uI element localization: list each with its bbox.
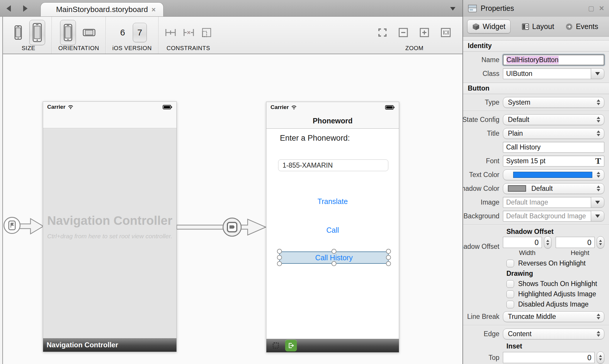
shadow-color-popup[interactable]: Default	[503, 183, 604, 194]
orientation-landscape-button[interactable]	[81, 21, 98, 44]
top-inset-stepper[interactable]	[597, 351, 604, 364]
ios6-button[interactable]: 6	[117, 28, 128, 38]
shadow-color-swatch	[508, 185, 526, 192]
state-config-popup[interactable]: Default	[503, 114, 604, 125]
selection-handle[interactable]	[331, 261, 336, 266]
tab-close-icon[interactable]: ×	[152, 6, 156, 13]
shadow-offset-height-input[interactable]: 0	[556, 237, 595, 248]
view-controller-icon[interactable]	[270, 340, 282, 351]
selection-handle[interactable]	[277, 261, 282, 266]
selection-handle[interactable]	[386, 261, 391, 266]
tab-title: MainStoryboard.storyboard	[56, 5, 148, 14]
shows-touch-on-highlight-checkbox[interactable]	[506, 280, 514, 288]
popup-arrows-icon	[597, 117, 600, 123]
size-small-phone-button[interactable]	[12, 21, 25, 44]
translate-button[interactable]: Translate	[266, 197, 399, 206]
xamarin-storyboard-designer: MainStoryboard.storyboard ×	[0, 0, 609, 364]
properties-tabs: Widget Layout Events	[463, 17, 609, 37]
root-segue-arrow[interactable]	[177, 217, 267, 237]
top-inset-label: Top	[463, 354, 503, 362]
popup-arrows-icon	[597, 172, 600, 178]
storyboard-entry-badge[interactable]	[4, 217, 21, 234]
background-combo[interactable]: Default Background Image	[503, 211, 604, 222]
name-input[interactable]: CallHistoryButton	[503, 55, 604, 65]
image-dropdown-button[interactable]	[591, 197, 604, 208]
text-color-swatch	[513, 172, 592, 178]
phoneword-field-value: 1-855-XAMARIN	[283, 161, 333, 169]
tab-events-label: Events	[576, 22, 598, 31]
phoneword-text-field[interactable]: 1-855-XAMARIN	[278, 159, 388, 171]
storyboard-canvas[interactable]: Carrier Navigat	[3, 55, 462, 364]
tab-widget[interactable]: Widget	[467, 20, 511, 33]
forward-arrow-icon[interactable]	[23, 5, 28, 12]
zoom-fit-icon[interactable]	[378, 28, 387, 37]
orientation-portrait-button[interactable]	[60, 20, 76, 45]
reverses-on-highlight-checkbox[interactable]	[506, 260, 514, 267]
wifi-icon	[68, 105, 74, 109]
phoneword-scene[interactable]: Carrier Phoneword	[266, 102, 399, 353]
tab-events[interactable]: Events	[565, 22, 598, 31]
class-value[interactable]: UIButton	[503, 68, 591, 79]
ios7-button[interactable]: 7	[133, 23, 147, 42]
scene-footer-bar[interactable]: Navigation Controller	[43, 338, 176, 352]
properties-title: Properties	[481, 4, 514, 13]
tab-mainstoryboard[interactable]: MainStoryboard.storyboard ×	[40, 2, 164, 16]
button-title-input[interactable]: Call History	[503, 142, 604, 153]
line-break-popup[interactable]: Truncate Middle	[503, 311, 604, 322]
selection-handle[interactable]	[277, 255, 282, 260]
enter-phoneword-label[interactable]: Enter a Phoneword:	[280, 134, 350, 143]
resize-constraint-icon[interactable]	[201, 27, 212, 38]
text-color-popup[interactable]	[503, 169, 604, 180]
class-dropdown-button[interactable]	[591, 68, 604, 79]
call-button[interactable]: Call	[266, 226, 399, 234]
nav-controller-content[interactable]: Navigation Controller Ctrl+drag from her…	[43, 129, 176, 338]
popup-arrows-icon	[597, 130, 600, 136]
line-break-value: Truncate Middle	[508, 313, 556, 321]
title-popup[interactable]: Plain	[503, 128, 604, 139]
tab-overflow-menu-icon[interactable]	[450, 7, 455, 11]
selection-handle[interactable]	[277, 249, 282, 254]
zoom-actual-size-icon[interactable]	[441, 28, 451, 37]
float-panel-icon[interactable]: ▢	[588, 5, 594, 12]
disabled-adjusts-image-checkbox[interactable]	[506, 301, 514, 308]
tab-layout-label: Layout	[532, 22, 554, 31]
font-picker-icon[interactable]: T	[595, 157, 601, 165]
shadow-offset-width-input[interactable]: 0	[503, 237, 542, 248]
selection-handle[interactable]	[386, 255, 391, 260]
editor-tab-bar: MainStoryboard.storyboard ×	[0, 0, 462, 17]
collapsed-left-panel-edge[interactable]	[0, 17, 3, 364]
selection-handle[interactable]	[386, 249, 391, 254]
edge-label: Edge	[463, 330, 503, 338]
image-label: Image	[463, 198, 503, 206]
name-value: CallHistoryButton	[506, 56, 559, 64]
width-stepper[interactable]	[544, 236, 552, 249]
nav-controller-watermark: Navigation Controller	[43, 214, 176, 228]
font-input[interactable]: System 15 pt T	[503, 156, 604, 166]
text-color-label: Text Color	[463, 171, 503, 179]
top-inset-input[interactable]: 0	[503, 352, 595, 363]
close-panel-icon[interactable]: ✕	[599, 5, 604, 12]
add-constraint-icon[interactable]	[165, 28, 176, 38]
edge-popup[interactable]: Content	[503, 329, 604, 339]
back-arrow-icon[interactable]	[6, 5, 11, 12]
wifi-icon	[291, 105, 297, 110]
phone-small-icon	[14, 25, 22, 40]
image-value[interactable]: Default Image	[503, 197, 591, 208]
navigation-controller-scene[interactable]: Carrier Navigat	[43, 101, 177, 352]
background-dropdown-button[interactable]	[591, 211, 604, 222]
selection-handle[interactable]	[331, 249, 336, 254]
zoom-out-icon[interactable]	[399, 28, 408, 37]
highlighted-adjusts-image-checkbox[interactable]	[506, 290, 514, 298]
type-popup[interactable]: System	[503, 97, 604, 108]
remove-constraint-icon[interactable]	[183, 28, 194, 38]
class-combo[interactable]: UIButton	[503, 68, 604, 79]
size-large-phone-button[interactable]	[29, 20, 45, 45]
tab-layout[interactable]: Layout	[522, 22, 554, 31]
height-stepper[interactable]	[597, 236, 604, 249]
zoom-in-icon[interactable]	[420, 28, 429, 37]
properties-icon	[468, 4, 477, 13]
exit-segue-icon[interactable]	[285, 340, 297, 351]
scene-footer-bar[interactable]	[266, 339, 399, 352]
background-value[interactable]: Default Background Image	[503, 211, 591, 222]
image-combo[interactable]: Default Image	[503, 197, 604, 208]
